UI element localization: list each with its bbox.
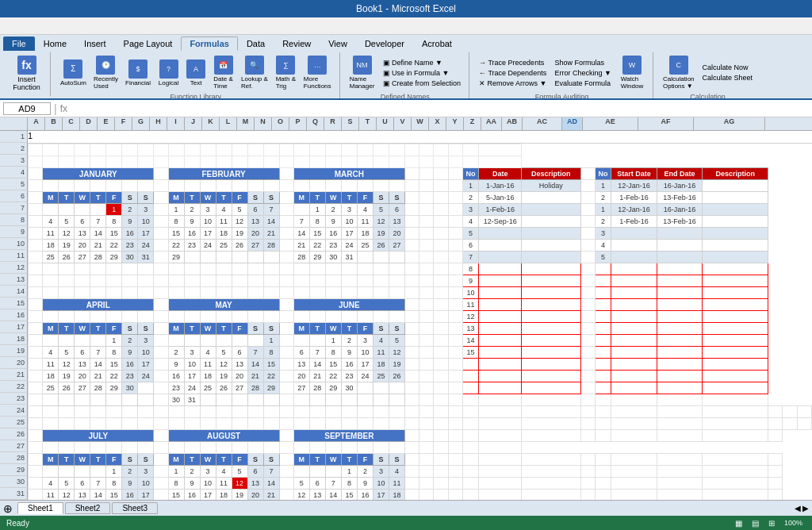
autosum-button[interactable]: Σ AutoSum <box>57 58 90 88</box>
tab-view[interactable]: View <box>320 36 356 51</box>
create-from-selection-button[interactable]: ▣ Create from Selection <box>380 79 465 88</box>
ribbon-group-calculation: C CalculationOptions ▼ Calculate Now Cal… <box>655 52 760 100</box>
col-H[interactable]: H <box>150 117 167 130</box>
col-Z[interactable]: Z <box>464 117 481 130</box>
calendar-table: JANUARYFEBRUARYMARCHNoDateDescriptionNoS… <box>28 144 812 500</box>
tab-insert[interactable]: Insert <box>75 36 115 51</box>
col-G[interactable]: G <box>132 117 150 130</box>
col-U[interactable]: U <box>377 117 394 130</box>
col-X[interactable]: X <box>429 117 446 130</box>
tab-file[interactable]: File <box>3 36 35 51</box>
sheet-tab-3[interactable]: Sheet3 <box>112 502 158 514</box>
recently-used-button[interactable]: 🕐 RecentlyUsed <box>90 54 121 91</box>
text-button[interactable]: A Text <box>183 58 209 88</box>
tab-developer[interactable]: Developer <box>356 36 413 51</box>
tab-formulas[interactable]: Formulas <box>181 36 238 51</box>
col-S[interactable]: S <box>342 117 359 130</box>
trace-dependents-button[interactable]: ← Trace Dependents <box>476 68 550 78</box>
col-Y[interactable]: Y <box>446 117 464 130</box>
insert-function-icon: fx <box>17 56 36 75</box>
error-checking-button[interactable]: Error Checking ▼ <box>552 68 615 78</box>
col-A[interactable]: A <box>28 117 45 130</box>
view-buttons: ▦ ▤ ⊞ 100% <box>732 519 806 528</box>
col-C[interactable]: C <box>63 117 80 130</box>
define-name-button[interactable]: ▣ Define Name ▼ <box>380 58 465 67</box>
tab-data[interactable]: Data <box>238 36 274 51</box>
col-J[interactable]: J <box>185 117 202 130</box>
page-break-view-button[interactable]: ⊞ <box>765 519 778 528</box>
remove-arrows-button[interactable]: ✕ Remove Arrows ▼ <box>476 79 550 88</box>
col-L[interactable]: L <box>220 117 237 130</box>
tab-pagelayout[interactable]: Page Layout <box>115 36 182 51</box>
row-header-27: 27 <box>0 440 28 452</box>
evaluate-formula-button[interactable]: Evaluate Formula <box>552 79 615 88</box>
calculate-sheet-button[interactable]: Calculate Sheet <box>699 73 756 83</box>
row-header-22: 22 <box>0 381 28 393</box>
col-W[interactable]: W <box>412 117 429 130</box>
name-manager-button[interactable]: NM NameManager <box>347 54 378 91</box>
calculate-now-button[interactable]: Calculate Now <box>699 63 756 72</box>
financial-button[interactable]: $ Financial <box>122 58 154 88</box>
page-layout-view-button[interactable]: ▤ <box>749 519 762 528</box>
row-header-17: 17 <box>0 321 28 333</box>
scroll-left-button[interactable]: ◀ <box>795 504 801 513</box>
col-AD[interactable]: AD <box>562 117 583 130</box>
row-header-11: 11 <box>0 250 28 262</box>
tab-acrobat[interactable]: Acrobat <box>413 36 461 51</box>
row-header-29: 29 <box>0 464 28 476</box>
formula-input[interactable] <box>71 103 809 114</box>
cell-reference-input[interactable] <box>3 102 51 115</box>
col-E[interactable]: E <box>98 117 115 130</box>
trace-precedents-button[interactable]: → Trace Precedents <box>476 58 550 67</box>
row-header-14: 14 <box>0 286 28 298</box>
row-header-13: 13 <box>0 274 28 286</box>
tab-home[interactable]: Home <box>35 36 75 51</box>
insert-function-button[interactable]: fx InsertFunction <box>10 54 44 93</box>
sheet-tab-1[interactable]: Sheet1 <box>17 502 63 514</box>
col-Q[interactable]: Q <box>307 117 324 130</box>
col-AA[interactable]: AA <box>481 117 502 130</box>
add-sheet-button[interactable]: ⊕ <box>3 502 13 515</box>
use-in-formula-button[interactable]: ▣ Use in Formula ▼ <box>380 68 465 78</box>
col-T[interactable]: T <box>359 117 377 130</box>
col-N[interactable]: N <box>255 117 272 130</box>
show-formulas-button[interactable]: Show Formulas <box>552 58 615 67</box>
calculation-options-button[interactable]: C CalculationOptions ▼ <box>660 54 698 91</box>
col-V[interactable]: V <box>394 117 412 130</box>
col-AF[interactable]: AF <box>638 117 694 130</box>
normal-view-button[interactable]: ▦ <box>732 519 745 528</box>
row-header-12: 12 <box>0 262 28 274</box>
corner-cell <box>0 117 28 130</box>
formula-bar: | fx <box>0 100 812 117</box>
col-K[interactable]: K <box>202 117 220 130</box>
sheet-tab-2[interactable]: Sheet2 <box>65 502 111 514</box>
col-I[interactable]: I <box>167 117 185 130</box>
ribbon: File Home Insert Page Layout Formulas Da… <box>0 35 812 100</box>
row-header-8: 8 <box>0 214 28 226</box>
logical-button[interactable]: ? Logical <box>155 58 182 88</box>
date-time-button[interactable]: 📅 Date &Time <box>209 54 237 91</box>
col-B[interactable]: B <box>45 117 63 130</box>
col-F[interactable]: F <box>115 117 132 130</box>
col-D[interactable]: D <box>80 117 98 130</box>
col-P[interactable]: P <box>289 117 307 130</box>
lookup-reference-button[interactable]: 🔍 Lookup &Ref. <box>238 54 271 91</box>
scroll-right-button[interactable]: ▶ <box>802 504 809 513</box>
row-header-24: 24 <box>0 405 28 417</box>
col-AB[interactable]: AB <box>502 117 523 130</box>
col-AE[interactable]: AE <box>583 117 638 130</box>
col-AG[interactable]: AG <box>694 117 765 130</box>
fx-label[interactable]: fx <box>60 103 67 114</box>
math-trig-button[interactable]: ∑ Math &Trig <box>272 54 300 91</box>
col-O[interactable]: O <box>272 117 289 130</box>
ribbon-tabs: File Home Insert Page Layout Formulas Da… <box>3 36 809 51</box>
title-text: Book1 - Microsoft Excel <box>356 3 456 14</box>
tab-review[interactable]: Review <box>274 36 320 51</box>
more-functions-button[interactable]: … MoreFunctions <box>301 54 335 91</box>
ribbon-group-defined-names: NM NameManager ▣ Define Name ▼ ▣ Use in … <box>342 52 470 100</box>
ribbon-group-formula-auditing: → Trace Precedents ← Trace Dependents ✕ … <box>471 52 653 100</box>
col-R[interactable]: R <box>324 117 342 130</box>
col-AC[interactable]: AC <box>523 117 562 130</box>
watch-window-button[interactable]: W WatchWindow <box>616 54 648 91</box>
col-M[interactable]: M <box>237 117 255 130</box>
